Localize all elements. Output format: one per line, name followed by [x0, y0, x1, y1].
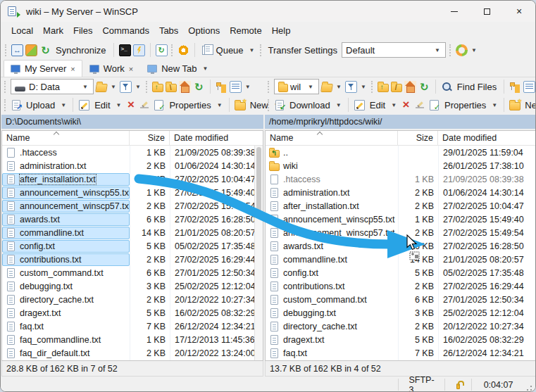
file-row[interactable]: dragext.txt 5 KB 16/02/2025 08:32:29: [2, 306, 263, 320]
open-putty-icon[interactable]: [133, 44, 145, 56]
file-row[interactable]: faq.txt 7 KB 26/12/2024 12:34:21: [266, 346, 536, 360]
file-row[interactable]: faq_commandline.txt 1 KB 17/12/2013 11:4…: [2, 333, 263, 346]
menu-item[interactable]: Help: [267, 23, 296, 39]
transfer-preset-combobox[interactable]: Default ▼: [342, 42, 446, 58]
file-row[interactable]: wiki 26/01/2025 17:38:10: [266, 159, 536, 172]
file-row[interactable]: administration.txt 2 KB 01/06/2024 14:30…: [266, 186, 536, 199]
tab-work[interactable]: Work ×: [82, 60, 141, 77]
view-style-dropdown-arrow[interactable]: ▼: [244, 84, 252, 90]
refresh-icon[interactable]: [193, 81, 205, 93]
file-row[interactable]: announcement_winscp57.txt 2 KB 27/02/202…: [266, 226, 536, 239]
rename-icon[interactable]: [139, 99, 151, 111]
protocol-indicator[interactable]: SFTP-3: [398, 379, 444, 391]
file-row[interactable]: after_installation.txt 2 KB 27/02/2025 1…: [2, 172, 263, 186]
file-row[interactable]: directory_cache.txt 2 KB 20/12/2022 10:2…: [2, 293, 263, 306]
column-header-date[interactable]: Date modified: [438, 131, 536, 145]
tab-new-tab[interactable]: New Tab ▼: [140, 60, 216, 77]
transfer-options-icon[interactable]: [456, 44, 468, 56]
file-row[interactable]: directory_cache.txt 2 KB 20/12/2022 10:2…: [266, 320, 536, 333]
compare-directories-icon[interactable]: [11, 44, 23, 56]
rename-icon[interactable]: [414, 99, 426, 111]
synchronize-button[interactable]: Synchronize: [54, 45, 108, 56]
resize-grip[interactable]: [525, 384, 533, 392]
edit-icon[interactable]: [78, 99, 90, 111]
minimize-button[interactable]: [438, 1, 470, 22]
new-tab-dropdown-arrow[interactable]: ▼: [201, 65, 210, 72]
upload-icon[interactable]: [12, 100, 20, 110]
file-row[interactable]: commandline.txt 14 KB 21/01/2025 08:20:5…: [2, 226, 263, 239]
properties-icon[interactable]: [154, 100, 163, 110]
edit-dropdown-arrow[interactable]: ▼: [389, 102, 398, 108]
file-row[interactable]: config.txt 5 KB 05/02/2025 17:35:48: [266, 266, 536, 279]
file-row[interactable]: faq.txt 7 KB 26/12/2024 12:34:21: [2, 320, 263, 333]
encryption-cell[interactable]: [444, 379, 471, 391]
file-row[interactable]: announcement_winscp55.txt 1 KB 27/02/202…: [266, 213, 536, 226]
menu-item[interactable]: Files: [68, 23, 97, 39]
menu-item[interactable]: Mark: [38, 23, 68, 39]
edit-dropdown-arrow[interactable]: ▼: [115, 102, 123, 108]
file-row[interactable]: .. 29/01/2025 11:59:04: [266, 146, 536, 159]
file-row[interactable]: custom_command.txt 6 KB 27/01/2025 12:50…: [2, 266, 263, 279]
column-header-date[interactable]: Date modified: [170, 131, 263, 145]
download-button[interactable]: Download: [287, 100, 332, 110]
column-header-name[interactable]: Name: [266, 131, 398, 145]
column-header-size[interactable]: Size: [398, 131, 438, 145]
upload-button[interactable]: Upload: [24, 100, 57, 110]
view-style-icon[interactable]: [230, 81, 242, 93]
download-icon[interactable]: [275, 100, 284, 110]
filter-dropdown-arrow[interactable]: ▼: [359, 84, 368, 90]
properties-dropdown-arrow[interactable]: ▼: [490, 102, 499, 108]
file-row[interactable]: dragext.txt 5 KB 16/02/2025 08:32:29: [266, 333, 536, 346]
local-scrollbar[interactable]: [254, 146, 263, 360]
menu-item[interactable]: Commands: [97, 23, 154, 39]
preferences-gear-icon[interactable]: [177, 44, 189, 56]
open-directory-icon[interactable]: [95, 84, 108, 92]
view-style-icon[interactable]: [523, 81, 535, 93]
new-icon[interactable]: [235, 102, 246, 110]
menu-item[interactable]: Options: [183, 23, 225, 39]
parent-directory-icon[interactable]: [152, 84, 163, 92]
filter-dropdown-arrow[interactable]: ▼: [134, 84, 142, 90]
file-row[interactable]: awards.txt 6 KB 27/02/2025 16:28:50: [266, 239, 536, 253]
file-row[interactable]: custom_command.txt 6 KB 27/01/2025 12:50…: [266, 293, 536, 306]
drive-combobox[interactable]: D: Data ▼: [11, 79, 94, 94]
filter-icon[interactable]: [345, 81, 357, 93]
local-path-bar[interactable]: D:\Documents\wiki\: [1, 115, 263, 129]
new-button[interactable]: New: [523, 100, 536, 110]
column-header-name[interactable]: Name: [2, 131, 130, 145]
delete-icon[interactable]: ×: [125, 99, 137, 111]
edit-icon[interactable]: [354, 99, 366, 111]
tab-close-icon[interactable]: ×: [129, 65, 133, 73]
file-row[interactable]: contributions.txt 2 KB 27/02/2025 16:29:…: [266, 279, 536, 293]
scrollbar-thumb[interactable]: [256, 147, 261, 217]
file-row[interactable]: after_installation.txt 2 KB 27/02/2025 1…: [266, 199, 536, 213]
find-files-button[interactable]: Find Files: [455, 82, 499, 92]
find-files-icon[interactable]: [441, 81, 453, 93]
file-row[interactable]: announcement_winscp55.txt 1 KB 27/02/202…: [2, 186, 263, 199]
home-directory-icon[interactable]: [179, 81, 191, 93]
properties-icon[interactable]: [430, 100, 439, 110]
root-directory-icon[interactable]: [391, 84, 402, 92]
toolbar-gripper[interactable]: [5, 44, 8, 56]
open-terminal-icon[interactable]: [119, 44, 131, 56]
synchronize-icon[interactable]: [39, 44, 51, 56]
tab-my-server[interactable]: My Server ×: [4, 60, 82, 77]
edit-button[interactable]: Edit: [92, 100, 112, 110]
synchronize-browsing-icon[interactable]: [25, 44, 37, 56]
menu-item[interactable]: Local: [6, 23, 38, 39]
transfer-options-dropdown-arrow[interactable]: ▼: [470, 47, 478, 53]
file-row[interactable]: debugging.txt 3 KB 25/02/2025 12:12:04: [266, 306, 536, 320]
remote-path-bar[interactable]: /home/mprikryl/httpdocs/wiki/: [265, 115, 536, 129]
column-header-size[interactable]: Size: [130, 131, 170, 145]
edit-button[interactable]: Edit: [368, 100, 387, 110]
maximize-button[interactable]: [470, 1, 503, 22]
file-row[interactable]: contributions.txt 2 KB 27/02/2025 16:29:…: [2, 253, 263, 266]
file-row[interactable]: commandline.txt 14 KB 21/01/2025 08:20:5…: [266, 253, 536, 266]
download-dropdown-arrow[interactable]: ▼: [335, 102, 343, 108]
open-directory-dropdown-arrow[interactable]: ▼: [335, 84, 343, 90]
refresh-session-icon[interactable]: [156, 44, 168, 56]
open-directory-dropdown-arrow[interactable]: ▼: [109, 84, 118, 90]
properties-button[interactable]: Properties: [442, 100, 488, 110]
file-row[interactable]: debugging.txt 3 KB 25/02/2025 12:12:04: [2, 279, 263, 293]
open-directory-icon[interactable]: [320, 84, 333, 92]
